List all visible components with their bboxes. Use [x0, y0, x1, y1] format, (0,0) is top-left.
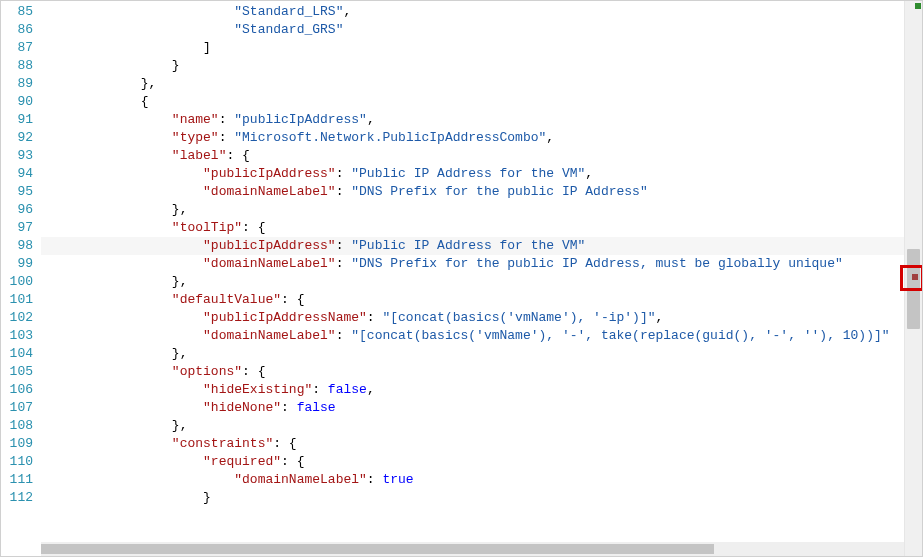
line-number-gutter: 8586878889909192939495969798991001011021…: [1, 1, 41, 556]
code-line[interactable]: "toolTip": {: [41, 219, 904, 237]
token-b: false: [297, 400, 336, 415]
line-number: 111: [1, 471, 33, 489]
line-number: 96: [1, 201, 33, 219]
code-line[interactable]: "name": "publicIpAddress",: [41, 111, 904, 129]
token-k: "publicIpAddress": [203, 166, 336, 181]
line-number: 94: [1, 165, 33, 183]
line-number: 97: [1, 219, 33, 237]
token-p: }: [203, 490, 211, 505]
horizontal-scroll-thumb[interactable]: [41, 544, 714, 554]
code-line[interactable]: },: [41, 273, 904, 291]
token-b: false: [328, 382, 367, 397]
token-p: : {: [281, 292, 304, 307]
code-line[interactable]: "publicIpAddressName": "[concat(basics('…: [41, 309, 904, 327]
token-k: "hideNone": [203, 400, 281, 415]
token-k: "publicIpAddressName": [203, 310, 367, 325]
token-k: "domainNameLabel": [203, 184, 336, 199]
token-p: },: [172, 202, 188, 217]
token-s: "Public IP Address for the VM": [351, 166, 585, 181]
line-number: 100: [1, 273, 33, 291]
token-s: "publicIpAddress": [234, 112, 367, 127]
token-p: : {: [281, 454, 304, 469]
code-line[interactable]: "domainNameLabel": "DNS Prefix for the p…: [41, 183, 904, 201]
code-area[interactable]: "Standard_LRS", "Standard_GRS" ] } }, { …: [41, 1, 904, 556]
token-p: : {: [273, 436, 296, 451]
token-p: :: [336, 184, 352, 199]
code-line[interactable]: "hideNone": false: [41, 399, 904, 417]
token-p: :: [336, 328, 352, 343]
code-line[interactable]: },: [41, 417, 904, 435]
line-number: 103: [1, 327, 33, 345]
token-k: "toolTip": [172, 220, 242, 235]
line-number: 101: [1, 291, 33, 309]
line-number: 102: [1, 309, 33, 327]
token-p: :: [336, 166, 352, 181]
token-p: },: [172, 418, 188, 433]
token-k: "publicIpAddress": [203, 238, 336, 253]
token-p: ,: [585, 166, 593, 181]
line-number: 90: [1, 93, 33, 111]
code-line[interactable]: },: [41, 75, 904, 93]
code-line[interactable]: "required": {: [41, 453, 904, 471]
code-line[interactable]: },: [41, 345, 904, 363]
line-number: 85: [1, 3, 33, 21]
line-number: 112: [1, 489, 33, 507]
token-s: "[concat(basics('vmName'), '-ip')]": [382, 310, 655, 325]
code-line[interactable]: ]: [41, 39, 904, 57]
code-line[interactable]: }: [41, 57, 904, 75]
token-k: "label": [172, 148, 227, 163]
token-p: :: [367, 472, 383, 487]
code-line[interactable]: "options": {: [41, 363, 904, 381]
code-editor[interactable]: 8586878889909192939495969798991001011021…: [1, 1, 922, 556]
change-marker-icon: [915, 3, 921, 9]
token-s: "[concat(basics('vmName'), '-', take(rep…: [351, 328, 889, 343]
code-line[interactable]: "domainNameLabel": "DNS Prefix for the p…: [41, 255, 904, 273]
token-s: "Public IP Address for the VM": [351, 238, 585, 253]
line-number: 95: [1, 183, 33, 201]
code-line[interactable]: {: [41, 93, 904, 111]
line-number: 88: [1, 57, 33, 75]
token-p: : {: [242, 364, 265, 379]
line-number: 93: [1, 147, 33, 165]
token-k: "hideExisting": [203, 382, 312, 397]
token-p: :: [367, 310, 383, 325]
token-s: "DNS Prefix for the public IP Address": [351, 184, 647, 199]
code-line[interactable]: "domainNameLabel": true: [41, 471, 904, 489]
token-k: "required": [203, 454, 281, 469]
token-p: },: [172, 274, 188, 289]
token-k: "constraints": [172, 436, 273, 451]
code-line[interactable]: },: [41, 201, 904, 219]
token-k: "options": [172, 364, 242, 379]
code-line[interactable]: "publicIpAddress": "Public IP Address fo…: [41, 165, 904, 183]
token-s: "Standard_GRS": [234, 22, 343, 37]
token-k: "domainNameLabel": [203, 256, 336, 271]
line-number: 89: [1, 75, 33, 93]
code-line[interactable]: }: [41, 489, 904, 507]
line-number: 108: [1, 417, 33, 435]
token-p: : {: [226, 148, 249, 163]
code-line[interactable]: "Standard_LRS",: [41, 3, 904, 21]
token-p: ]: [203, 40, 211, 55]
code-line[interactable]: "defaultValue": {: [41, 291, 904, 309]
token-p: ,: [656, 310, 664, 325]
line-number: 106: [1, 381, 33, 399]
line-number: 104: [1, 345, 33, 363]
token-b: true: [382, 472, 413, 487]
line-number: 107: [1, 399, 33, 417]
token-k: "type": [172, 130, 219, 145]
line-number: 92: [1, 129, 33, 147]
code-line[interactable]: "publicIpAddress": "Public IP Address fo…: [41, 237, 904, 255]
code-line[interactable]: "type": "Microsoft.Network.PublicIpAddre…: [41, 129, 904, 147]
token-k: "domainNameLabel": [234, 472, 367, 487]
code-line[interactable]: "hideExisting": false,: [41, 381, 904, 399]
code-line[interactable]: "Standard_GRS": [41, 21, 904, 39]
minimap-scrollbar[interactable]: [904, 1, 922, 556]
code-line[interactable]: "constraints": {: [41, 435, 904, 453]
token-p: }: [172, 58, 180, 73]
token-p: :: [219, 130, 235, 145]
code-line[interactable]: "domainNameLabel": "[concat(basics('vmNa…: [41, 327, 904, 345]
line-number: 110: [1, 453, 33, 471]
code-line[interactable]: "label": {: [41, 147, 904, 165]
horizontal-scrollbar[interactable]: [41, 542, 904, 556]
line-number: 99: [1, 255, 33, 273]
